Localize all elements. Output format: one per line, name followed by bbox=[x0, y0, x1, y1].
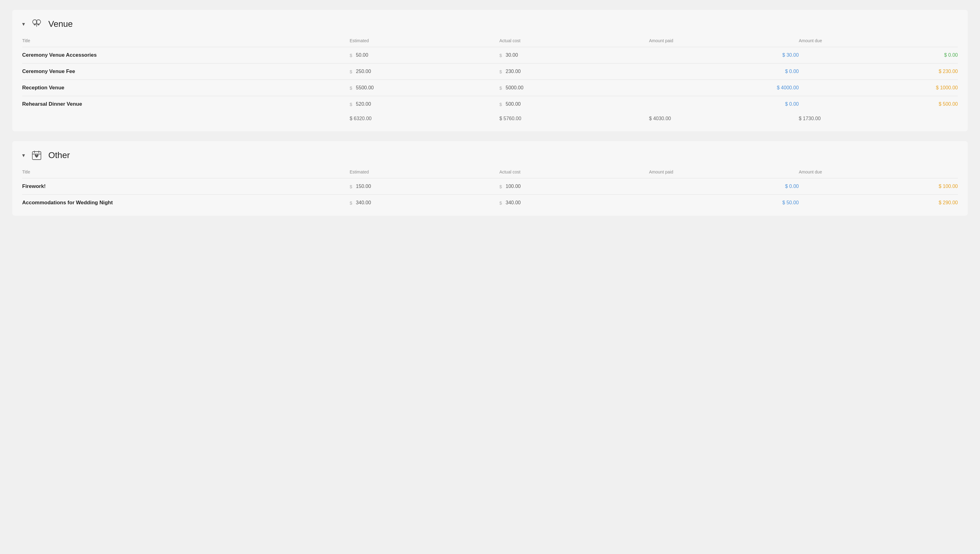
table-row: Rehearsal Dinner Venue $ 520.00 $ 500.00… bbox=[22, 96, 958, 112]
total-actual: $ 5760.00 bbox=[499, 112, 649, 126]
other-col-title: Title bbox=[22, 169, 350, 179]
item-paid: $ 4000.00 bbox=[649, 80, 799, 96]
venue-table: Title Estimated Actual cost Amount paid … bbox=[22, 38, 958, 126]
item-name: Firework! bbox=[22, 179, 350, 195]
venue-col-paid: Amount paid bbox=[649, 38, 799, 47]
item-estimated: $ 520.00 bbox=[350, 96, 499, 112]
item-name: Ceremony Venue Accessories bbox=[22, 47, 350, 64]
table-row: Ceremony Venue Fee $ 250.00 $ 230.00 $ 0… bbox=[22, 64, 958, 80]
other-section-header: ▾ Other bbox=[22, 148, 958, 162]
item-estimated: $ 50.00 bbox=[350, 47, 499, 64]
venue-chevron-icon[interactable]: ▾ bbox=[22, 21, 25, 27]
venue-col-estimated: Estimated bbox=[350, 38, 499, 47]
other-col-due: Amount due bbox=[799, 169, 958, 179]
item-actual: $ 5000.00 bbox=[499, 80, 649, 96]
item-estimated: $ 340.00 bbox=[350, 195, 499, 211]
item-due: $ 1000.00 bbox=[799, 80, 958, 96]
venue-icon bbox=[30, 17, 43, 31]
item-actual: $ 30.00 bbox=[499, 47, 649, 64]
item-due: $ 230.00 bbox=[799, 64, 958, 80]
other-col-actual: Actual cost bbox=[499, 169, 649, 179]
other-icon bbox=[30, 148, 43, 162]
item-estimated: $ 150.00 bbox=[350, 179, 499, 195]
item-estimated: $ 250.00 bbox=[350, 64, 499, 80]
item-due: $ 500.00 bbox=[799, 96, 958, 112]
item-name: Rehearsal Dinner Venue bbox=[22, 96, 350, 112]
other-section: ▾ Other Title Estimated Actual cost Amou… bbox=[12, 141, 968, 216]
venue-section-header: ▾ Venue bbox=[22, 17, 958, 31]
venue-section: ▾ Venue Title Estimated Actual cost Amou… bbox=[12, 10, 968, 131]
venue-section-title: Venue bbox=[48, 19, 73, 29]
item-due: $ 290.00 bbox=[799, 195, 958, 211]
totals-row: $ 6320.00 $ 5760.00 $ 4030.00 $ 1730.00 bbox=[22, 112, 958, 126]
total-estimated: $ 6320.00 bbox=[350, 112, 499, 126]
item-actual: $ 500.00 bbox=[499, 96, 649, 112]
item-estimated: $ 5500.00 bbox=[350, 80, 499, 96]
item-paid: $ 0.00 bbox=[649, 96, 799, 112]
item-actual: $ 340.00 bbox=[499, 195, 649, 211]
item-name: Ceremony Venue Fee bbox=[22, 64, 350, 80]
totals-label bbox=[22, 112, 350, 126]
item-actual: $ 230.00 bbox=[499, 64, 649, 80]
item-name: Accommodations for Wedding Night bbox=[22, 195, 350, 211]
item-paid: $ 0.00 bbox=[649, 179, 799, 195]
item-paid: $ 0.00 bbox=[649, 64, 799, 80]
item-due: $ 0.00 bbox=[799, 47, 958, 64]
total-due: $ 1730.00 bbox=[799, 112, 958, 126]
venue-col-title: Title bbox=[22, 38, 350, 47]
table-row: Reception Venue $ 5500.00 $ 5000.00 $ 40… bbox=[22, 80, 958, 96]
item-paid: $ 50.00 bbox=[649, 195, 799, 211]
table-row: Firework! $ 150.00 $ 100.00 $ 0.00 bbox=[22, 179, 958, 195]
other-table: Title Estimated Actual cost Amount paid … bbox=[22, 169, 958, 211]
table-row: Accommodations for Wedding Night $ 340.0… bbox=[22, 195, 958, 211]
other-col-estimated: Estimated bbox=[350, 169, 499, 179]
item-due: $ 100.00 bbox=[799, 179, 958, 195]
item-paid: $ 30.00 bbox=[649, 47, 799, 64]
total-paid: $ 4030.00 bbox=[649, 112, 799, 126]
other-col-paid: Amount paid bbox=[649, 169, 799, 179]
table-row: Ceremony Venue Accessories $ 50.00 $ 30.… bbox=[22, 47, 958, 64]
item-name: Reception Venue bbox=[22, 80, 350, 96]
item-actual: $ 100.00 bbox=[499, 179, 649, 195]
other-section-title: Other bbox=[48, 150, 70, 160]
venue-col-actual: Actual cost bbox=[499, 38, 649, 47]
venue-col-due: Amount due bbox=[799, 38, 958, 47]
other-chevron-icon[interactable]: ▾ bbox=[22, 152, 25, 159]
